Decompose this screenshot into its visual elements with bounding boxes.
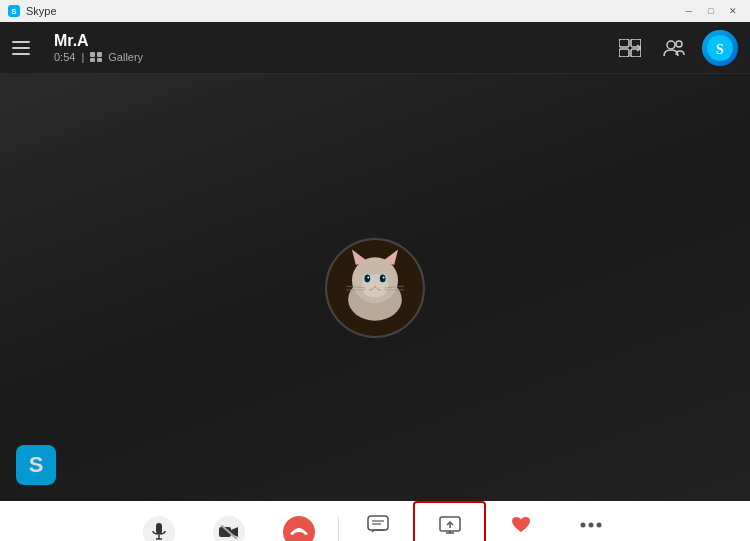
title-bar-left: S Skype: [8, 5, 57, 17]
react-button[interactable]: React: [486, 501, 556, 541]
share-screen-icon: [439, 516, 461, 534]
video-camera-icon: [219, 525, 239, 539]
svg-text:S: S: [716, 42, 724, 57]
hangup-icon: [289, 526, 309, 538]
svg-rect-6: [619, 49, 629, 57]
title-bar-controls: ─ □ ✕: [680, 4, 742, 18]
heart-icon: [511, 516, 531, 534]
skype-logo-icon: S: [707, 35, 733, 61]
hamburger-line-1: [12, 41, 30, 43]
svg-point-9: [676, 41, 682, 47]
share-screen-icon-container: [434, 509, 466, 541]
participants-button[interactable]: [658, 32, 690, 64]
video-area: S: [0, 74, 750, 501]
mute-button[interactable]: [124, 501, 194, 541]
svg-rect-4: [619, 39, 629, 47]
chat-button[interactable]: Chat: [343, 501, 413, 541]
svg-rect-2: [90, 58, 95, 62]
more-icon-container: [575, 509, 607, 541]
maximize-button[interactable]: □: [702, 4, 720, 18]
app-header: Mr.A 0:54 | Gallery: [0, 22, 750, 74]
svg-rect-7: [631, 49, 641, 57]
header-controls: S: [614, 30, 738, 66]
video-icon-container: [213, 516, 245, 541]
svg-point-24: [367, 276, 369, 278]
layout-icon: [619, 39, 641, 57]
hangup-button[interactable]: [264, 501, 334, 541]
svg-point-22: [364, 274, 370, 282]
call-meta: 0:54 | Gallery: [54, 51, 614, 63]
menu-button[interactable]: [12, 33, 42, 63]
svg-point-45: [597, 522, 602, 527]
close-button[interactable]: ✕: [724, 4, 742, 18]
call-info: Mr.A 0:54 | Gallery: [54, 32, 614, 63]
participant-avatar: [325, 238, 425, 338]
title-bar: S Skype ─ □ ✕: [0, 0, 750, 22]
svg-rect-31: [156, 523, 162, 534]
svg-point-23: [380, 274, 386, 282]
user-avatar[interactable]: S: [702, 30, 738, 66]
hamburger-line-3: [12, 53, 30, 55]
call-meta-separator: |: [81, 51, 84, 63]
svg-point-44: [589, 522, 594, 527]
hamburger-line-2: [12, 47, 30, 49]
call-duration: 0:54: [54, 51, 75, 63]
more-dots-icon: [580, 522, 602, 528]
app-icon: S: [8, 5, 20, 17]
cat-avatar-image: [327, 238, 423, 338]
gallery-label: Gallery: [108, 51, 143, 63]
svg-point-43: [581, 522, 586, 527]
svg-point-8: [667, 41, 675, 49]
svg-rect-36: [368, 516, 388, 530]
hangup-icon-container: [283, 516, 315, 541]
minimize-button[interactable]: ─: [680, 4, 698, 18]
svg-rect-5: [631, 39, 641, 47]
gallery-icon: [90, 52, 102, 62]
skype-watermark: S: [16, 445, 56, 485]
title-bar-title: Skype: [26, 5, 57, 17]
call-name: Mr.A: [54, 32, 614, 50]
participants-icon: [663, 39, 685, 57]
svg-rect-0: [90, 52, 95, 57]
layout-button[interactable]: [614, 32, 646, 64]
svg-rect-1: [97, 52, 102, 57]
more-button[interactable]: More: [556, 501, 626, 541]
microphone-icon: [151, 523, 167, 541]
chat-icon-container: [362, 509, 394, 541]
chat-icon: [367, 515, 389, 535]
video-button[interactable]: [194, 501, 264, 541]
toolbar: Chat Share screen React: [0, 501, 750, 541]
svg-rect-3: [97, 58, 102, 62]
share-screen-button[interactable]: Share screen: [413, 501, 486, 541]
react-icon-container: [505, 509, 537, 541]
svg-point-25: [383, 276, 385, 278]
toolbar-separator: [338, 517, 339, 541]
mute-icon-container: [143, 516, 175, 541]
